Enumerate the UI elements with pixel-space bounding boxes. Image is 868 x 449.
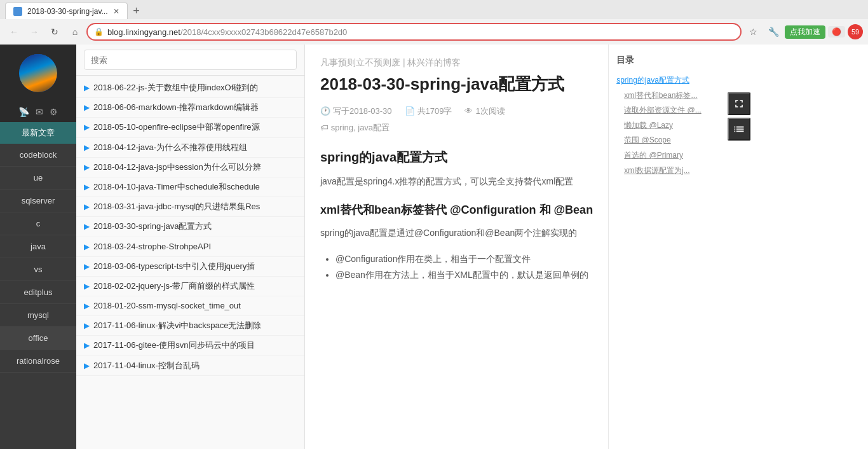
article-arrow: ▶ bbox=[84, 163, 90, 172]
toc-item[interactable]: 范围 @Scope bbox=[616, 134, 715, 148]
email-icon[interactable]: ✉ bbox=[36, 107, 43, 117]
fullscreen-button[interactable] bbox=[728, 92, 750, 115]
sidebar-item-office[interactable]: office bbox=[0, 327, 76, 350]
article-title: 2018-03-30-spring-java配置方式 bbox=[93, 221, 212, 232]
user-avatar-nav[interactable]: 59 bbox=[848, 24, 863, 39]
section2-text: spring的java配置是通过@Configuration和@Bean两个注解… bbox=[320, 225, 593, 241]
article-list-item[interactable]: ▶2018-03-30-spring-java配置方式 bbox=[76, 217, 304, 237]
sidebar-item-java[interactable]: java bbox=[0, 235, 76, 258]
article-title: 2018-04-12-java-为什么不推荐使用线程组 bbox=[93, 142, 247, 153]
article-arrow: ▶ bbox=[84, 83, 90, 92]
article-arrow: ▶ bbox=[84, 222, 90, 231]
post-date: 🕐 写于2018-03-30 bbox=[320, 106, 392, 117]
bookmark-button[interactable]: ☆ bbox=[744, 23, 762, 41]
article-list-item[interactable]: ▶2018-05-10-openfire-eclipse中部署openfire源 bbox=[76, 118, 304, 137]
toc-item[interactable]: 懒加载 @Lazy bbox=[616, 119, 715, 133]
article-list-item[interactable]: ▶2018-04-10-java-Timer中schedule和schedule bbox=[76, 177, 304, 197]
article-list-item[interactable]: ▶2018-04-12-java-jsp中session为什么可以分辨 bbox=[76, 158, 304, 177]
url-display: blog.linxingyang.net/2018/4cxx9xxxx02743… bbox=[107, 27, 734, 37]
article-arrow: ▶ bbox=[84, 361, 90, 370]
article-arrow: ▶ bbox=[84, 123, 90, 132]
article-list-item[interactable]: ▶2018-04-12-java-为什么不推荐使用线程组 bbox=[76, 138, 304, 158]
toc-item[interactable]: spring的java配置方式 bbox=[616, 74, 715, 88]
bullet-item: @Bean作用在方法上，相当于XML配置中的，默认是返回单例的 bbox=[336, 267, 593, 283]
active-tab[interactable]: 2018-03-30-spring-jav... ✕ bbox=[5, 3, 128, 19]
sidebar-social-icons: 📡 ✉ ⚙ bbox=[0, 102, 76, 122]
sidebar-item-vs[interactable]: vs bbox=[0, 258, 76, 281]
back-button[interactable]: ← bbox=[5, 23, 23, 41]
avatar bbox=[19, 54, 57, 92]
search-input[interactable] bbox=[84, 50, 297, 70]
list-button[interactable] bbox=[728, 118, 750, 141]
article-arrow: ▶ bbox=[84, 282, 90, 291]
article-title: 2018-03-06-typescript-ts中引入使用jquery插 bbox=[93, 261, 255, 272]
toc-list: spring的java配置方式xml替代和bean标签...读取外部资源文件 @… bbox=[616, 74, 715, 177]
rss-icon[interactable]: 📡 bbox=[18, 107, 29, 117]
section1-text: java配置是spring4.x推荐的配置方式，可以完全支持替代xml配置 bbox=[320, 174, 593, 190]
left-panel: ▶2018-06-22-js-关于数组中使用indexOf碰到的▶2018-06… bbox=[76, 45, 305, 449]
toc-item[interactable]: 首选的 @Primary bbox=[616, 149, 715, 163]
article-arrow: ▶ bbox=[84, 301, 90, 310]
list-icon bbox=[733, 123, 745, 135]
article-title: 2018-03-24-strophe-StrohpeAPI bbox=[93, 241, 211, 252]
article-arrow: ▶ bbox=[84, 321, 90, 330]
new-tab-button[interactable]: + bbox=[128, 3, 146, 19]
article-list-item[interactable]: ▶2018-01-20-ssm-mysql-socket_time_out bbox=[76, 296, 304, 316]
page: 📡 ✉ ⚙ 最新文章 codeblockuesqlservercjavavsed… bbox=[0, 45, 722, 449]
extensions-button[interactable]: 🔧 bbox=[764, 23, 782, 41]
avatar-image bbox=[19, 54, 57, 92]
tab-close-button[interactable]: ✕ bbox=[113, 7, 119, 16]
nav-right-buttons: ☆ 🔧 点我加速 🔴 59 bbox=[744, 23, 863, 41]
article-list-item[interactable]: ▶2018-03-06-typescript-ts中引入使用jquery插 bbox=[76, 257, 304, 277]
sidebar-item-rationalrose[interactable]: rationalrose bbox=[0, 350, 76, 373]
nav-bar: ← → ↻ ⌂ 🔒 blog.linxingyang.net/2018/4cxx… bbox=[0, 19, 868, 45]
article-list-item[interactable]: ▶2018-06-22-js-关于数组中使用indexOf碰到的 bbox=[76, 78, 304, 98]
toc-toolbar bbox=[728, 92, 750, 141]
toc-item[interactable]: 读取外部资源文件 @... bbox=[616, 104, 715, 118]
article-arrow: ▶ bbox=[84, 143, 90, 152]
article-list-item[interactable]: ▶2017-11-04-linux-控制台乱码 bbox=[76, 356, 304, 376]
toc-panel: 目录 spring的java配置方式xml替代和bean标签...读取外部资源文… bbox=[608, 45, 722, 449]
toc-item[interactable]: xml数据源配置为j... bbox=[616, 164, 715, 178]
article-list: ▶2018-06-22-js-关于数组中使用indexOf碰到的▶2018-06… bbox=[76, 76, 304, 449]
article-list-item[interactable]: ▶2017-11-06-linux-解决vi中backspace无法删除 bbox=[76, 316, 304, 336]
sidebar-item-c[interactable]: c bbox=[0, 212, 76, 235]
home-button[interactable]: ⌂ bbox=[66, 23, 84, 41]
section2-title: xml替代和bean标签替代 @Configuration 和 @Bean bbox=[320, 202, 593, 218]
article-title: 2017-11-06-linux-解决vi中backspace无法删除 bbox=[93, 320, 261, 331]
doc-icon: 📄 bbox=[405, 106, 415, 116]
article-title: 2018-03-31-java-jdbc-mysql的只进结果集Res bbox=[93, 201, 260, 212]
article-list-item[interactable]: ▶2017-11-06-gitee-使用svn同步码云中的项目 bbox=[76, 336, 304, 356]
toc-item[interactable]: xml替代和bean标签... bbox=[616, 89, 715, 103]
clock-icon: 🕐 bbox=[320, 106, 330, 116]
github-icon[interactable]: ⚙ bbox=[50, 107, 58, 117]
fullscreen-icon bbox=[733, 97, 745, 110]
search-box bbox=[76, 45, 304, 76]
sidebar-item-codeblock[interactable]: codeblock bbox=[0, 144, 76, 167]
page-wrapper: 📡 ✉ ⚙ 最新文章 codeblockuesqlservercjavavsed… bbox=[0, 45, 868, 449]
reload-button[interactable]: ↻ bbox=[46, 23, 64, 41]
address-bar[interactable]: 🔒 blog.linxingyang.net/2018/4cxx9xxxx027… bbox=[86, 23, 742, 41]
article-list-item[interactable]: ▶2018-03-31-java-jdbc-mysql的只进结果集Res bbox=[76, 197, 304, 217]
speed-ext-button[interactable]: 点我加速 bbox=[785, 25, 825, 39]
article-title: 2018-02-02-jquery-js-带厂商前缀的样式属性 bbox=[93, 280, 255, 292]
sidebar-item-sqlserver[interactable]: sqlserver bbox=[0, 190, 76, 212]
article-arrow: ▶ bbox=[84, 262, 90, 271]
sidebar-item-ue[interactable]: ue bbox=[0, 167, 76, 190]
article-title: 2018-01-20-ssm-mysql-socket_time_out bbox=[93, 300, 241, 312]
forward-button[interactable]: → bbox=[25, 23, 43, 41]
sidebar-nav: codeblockuesqlservercjavavseditplusmysql… bbox=[0, 144, 76, 449]
sidebar-avatar-area bbox=[0, 45, 76, 102]
article-list-item[interactable]: ▶2018-06-06-markdown-推荐markdown编辑器 bbox=[76, 98, 304, 118]
post-wordcount: 📄 共1709字 bbox=[405, 106, 452, 117]
section1-title: spring的java配置方式 bbox=[320, 149, 593, 166]
sidebar-item-mysql[interactable]: mysql bbox=[0, 304, 76, 327]
tab-title: 2018-03-30-spring-jav... bbox=[27, 7, 108, 16]
ext2-button[interactable]: 🔴 bbox=[828, 26, 845, 38]
article-list-item[interactable]: ▶2018-03-24-strophe-StrohpeAPI bbox=[76, 237, 304, 257]
article-list-item[interactable]: ▶2018-02-02-jquery-js-带厂商前缀的样式属性 bbox=[76, 277, 304, 296]
article-arrow: ▶ bbox=[84, 103, 90, 112]
sidebar-item-editplus[interactable]: editplus bbox=[0, 281, 76, 304]
post-title: 2018-03-30-spring-java配置方式 bbox=[320, 74, 593, 95]
post-readcount: 👁 1次阅读 bbox=[465, 106, 505, 117]
